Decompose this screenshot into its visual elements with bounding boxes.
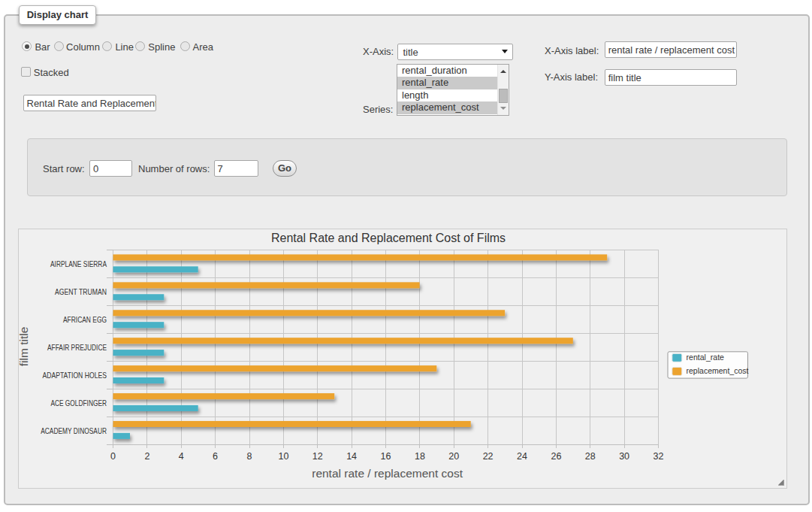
svg-text:6: 6 — [213, 451, 218, 462]
svg-text:ADAPTATION HOLES: ADAPTATION HOLES — [43, 371, 107, 380]
svg-text:4: 4 — [179, 451, 184, 462]
svg-text:20: 20 — [448, 451, 459, 462]
svg-text:rental rate / replacement cost: rental rate / replacement cost — [312, 467, 463, 480]
svg-text:24: 24 — [517, 451, 527, 462]
svg-text:AFRICAN EGG: AFRICAN EGG — [63, 315, 107, 324]
svg-text:AIRPLANE SIERRA: AIRPLANE SIERRA — [50, 259, 107, 268]
svg-text:ACADEMY DINOSAUR: ACADEMY DINOSAUR — [41, 426, 107, 435]
svg-text:ACE GOLDFINGER: ACE GOLDFINGER — [50, 398, 107, 407]
svg-text:film title: film title — [19, 327, 30, 367]
svg-text:Rental Rate and Replacement Co: Rental Rate and Replacement Cost of Film… — [271, 232, 506, 244]
svg-text:8: 8 — [247, 451, 252, 462]
svg-text:10: 10 — [278, 451, 288, 462]
svg-text:rental_rate: rental_rate — [687, 353, 725, 362]
svg-text:32: 32 — [654, 451, 664, 462]
svg-text:AFFAIR PREJUDICE: AFFAIR PREJUDICE — [47, 343, 107, 352]
svg-text:replacement_cost: replacement_cost — [687, 366, 749, 375]
svg-text:14: 14 — [346, 451, 357, 462]
svg-text:16: 16 — [381, 451, 391, 462]
svg-text:28: 28 — [585, 451, 596, 462]
svg-text:2: 2 — [144, 451, 149, 462]
svg-text:22: 22 — [483, 451, 494, 462]
svg-text:0: 0 — [110, 451, 116, 462]
svg-text:26: 26 — [551, 451, 561, 462]
svg-text:18: 18 — [415, 451, 425, 462]
svg-text:30: 30 — [619, 451, 629, 462]
svg-text:12: 12 — [312, 451, 323, 462]
svg-text:AGENT TRUMAN: AGENT TRUMAN — [55, 287, 107, 296]
